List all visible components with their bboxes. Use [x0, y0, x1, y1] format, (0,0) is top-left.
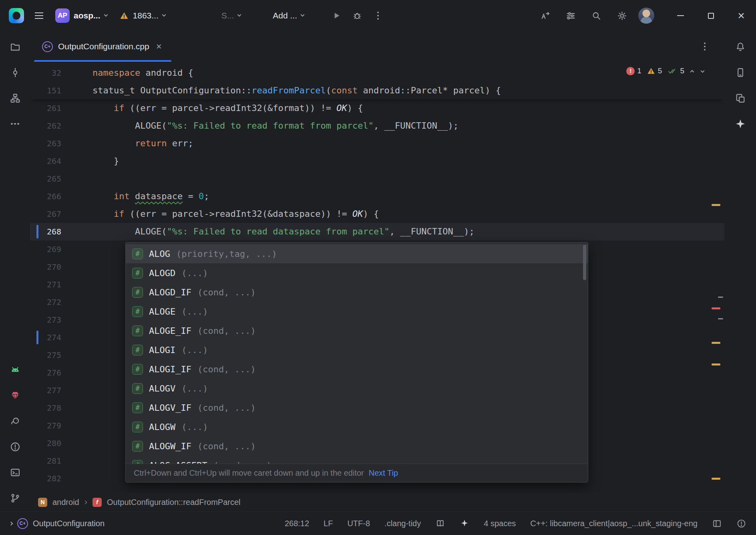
line-number[interactable]: 281	[30, 452, 61, 470]
completion-item-ALOGW[interactable]: #ALOGW(...)	[126, 417, 588, 436]
warning-stripe-mark[interactable]	[712, 478, 720, 480]
terminal-tool-button[interactable]	[6, 463, 24, 482]
line-number[interactable]: 267	[30, 205, 61, 223]
view-options-button[interactable]	[561, 6, 580, 25]
running-devices-button[interactable]	[731, 63, 750, 82]
editor-line-261[interactable]: 261 if ((err = parcel->readInt32(&format…	[30, 99, 724, 117]
scrollbar-thumb-mark[interactable]	[718, 318, 723, 319]
code-vision-button[interactable]	[460, 519, 469, 528]
completion-item-ALOGD_IF[interactable]: #ALOGD_IF(cond, ...)	[126, 283, 588, 302]
more-tool-windows-button[interactable]	[6, 115, 24, 133]
line-number[interactable]: 276	[30, 364, 61, 382]
editor-line-151[interactable]: 151status_t OutputConfiguration::readFro…	[30, 82, 724, 99]
completion-item-ALOGW_IF[interactable]: #ALOGW_IF(cond, ...)	[126, 436, 588, 456]
line-number[interactable]: 282	[30, 470, 61, 487]
translate-button[interactable]	[536, 6, 554, 25]
completion-item-ALOGV[interactable]: #ALOGV(...)	[126, 379, 588, 398]
project-tool-button[interactable]	[6, 38, 24, 56]
line-number[interactable]: 265	[30, 170, 61, 188]
build-variant-widget[interactable]: C++: libcamera_client|aosp_...unk_stagin…	[530, 519, 698, 528]
line-ending-widget[interactable]: LF	[324, 519, 333, 528]
warning-stripe-mark[interactable]	[712, 342, 720, 344]
line-number[interactable]: 32	[30, 64, 61, 82]
commit-tool-button[interactable]	[6, 63, 24, 82]
user-avatar[interactable]	[638, 8, 654, 24]
problems-tool-button[interactable]	[6, 438, 24, 456]
editor-line-268[interactable]: 268 ALOGE("%s: Failed to read dataspace …	[30, 223, 724, 240]
line-number[interactable]: 268	[30, 223, 61, 240]
line-number[interactable]: 270	[30, 258, 61, 276]
version-control-tool-button[interactable]	[6, 489, 24, 507]
line-number[interactable]: 273	[30, 311, 61, 329]
gradle-tool-button[interactable]	[6, 412, 24, 430]
next-problem-button[interactable]	[700, 67, 705, 75]
search-everywhere-button[interactable]	[587, 6, 605, 25]
completion-item-ALOGE[interactable]: #ALOGE(...)	[126, 302, 588, 321]
structure-tool-button[interactable]	[6, 89, 24, 107]
window-maximize-button[interactable]	[702, 6, 720, 25]
logcat-tool-button[interactable]	[6, 361, 24, 379]
line-number[interactable]: 277	[30, 382, 61, 399]
tab-outputconfiguration-cpp[interactable]: C+ OutputConfiguration.cpp ×	[34, 31, 171, 62]
line-number[interactable]: 261	[30, 99, 61, 117]
error-stripe-mark[interactable]	[712, 307, 720, 309]
device-manager-button[interactable]	[731, 89, 750, 107]
settings-button[interactable]	[613, 6, 631, 25]
editor-line-263[interactable]: 263 return err;	[30, 135, 724, 152]
scrollbar-thumb-mark[interactable]	[718, 297, 723, 298]
reader-mode-button[interactable]	[435, 519, 445, 529]
editor-line-262[interactable]: 262 ALOGE("%s: Failed to read format fro…	[30, 117, 724, 135]
editor-scrollbar[interactable]	[710, 62, 724, 493]
split-layout-button[interactable]	[712, 519, 722, 529]
debug-button[interactable]	[348, 6, 366, 25]
status-notifications-button[interactable]	[736, 519, 746, 529]
warning-stripe-mark[interactable]	[712, 363, 720, 365]
breadcrumb-namespace[interactable]: android	[52, 498, 79, 507]
run-configuration-selector[interactable]: S...	[217, 8, 246, 24]
line-number[interactable]: 279	[30, 417, 61, 434]
line-number[interactable]: 151	[30, 82, 61, 99]
editor-line-266[interactable]: 266 int dataspace = 0;	[30, 188, 724, 205]
more-actions-button[interactable]	[369, 6, 387, 25]
line-number[interactable]: 274	[30, 329, 61, 346]
tab-options-button[interactable]	[696, 37, 714, 56]
main-menu-button[interactable]	[30, 6, 48, 25]
warning-count-chip[interactable]: 5	[647, 67, 662, 75]
line-number[interactable]: 263	[30, 135, 61, 152]
line-number[interactable]: 275	[30, 346, 61, 364]
editor-line-265[interactable]: 265	[30, 170, 724, 188]
notifications-button[interactable]	[731, 38, 750, 56]
completion-item-ALOGI[interactable]: #ALOGI(...)	[126, 340, 588, 359]
breadcrumb-function[interactable]: OutputConfiguration::readFromParcel	[107, 498, 241, 507]
line-number[interactable]: 280	[30, 434, 61, 452]
next-tip-link[interactable]: Next Tip	[369, 468, 398, 478]
caret-position-widget[interactable]: 268:12	[285, 519, 309, 528]
editor-line-267[interactable]: 267 if ((err = parcel->readInt32(&datasp…	[30, 205, 724, 223]
line-number[interactable]: 271	[30, 276, 61, 293]
tab-close-icon[interactable]: ×	[155, 41, 163, 52]
vcs-widget[interactable]: 1863...	[115, 8, 170, 24]
warning-stripe-mark[interactable]	[712, 204, 720, 206]
window-close-button[interactable]: ×	[732, 6, 750, 25]
window-minimize-button[interactable]	[671, 6, 690, 25]
line-number[interactable]: 262	[30, 117, 61, 135]
device-selector[interactable]: Add ...	[268, 8, 309, 24]
gemini-assistant-button[interactable]	[731, 115, 750, 133]
app-quality-insights-button[interactable]	[6, 386, 24, 405]
inspections-widget[interactable]: ! 1 5	[626, 67, 705, 75]
run-button[interactable]	[327, 6, 346, 25]
line-number[interactable]: 272	[30, 293, 61, 311]
completion-item-ALOGE_IF[interactable]: #ALOGE_IF(cond, ...)	[126, 321, 588, 340]
code-editor[interactable]: 32namespace android {151status_t OutputC…	[30, 62, 724, 493]
line-number[interactable]: 264	[30, 152, 61, 170]
previous-problem-button[interactable]	[690, 67, 695, 75]
line-number[interactable]: 278	[30, 399, 61, 417]
project-widget[interactable]: AP aosp...	[50, 5, 112, 26]
editor-line-32[interactable]: 32namespace android {	[30, 64, 724, 82]
completion-item-ALOGV_IF[interactable]: #ALOGV_IF(cond, ...)	[126, 398, 588, 417]
error-count-chip[interactable]: ! 1	[626, 67, 641, 75]
statusbar-file-widget[interactable]: C+ OutputConfiguration	[10, 518, 105, 529]
passed-count-chip[interactable]: 5	[667, 67, 684, 75]
completion-item-ALOGD[interactable]: #ALOGD(...)	[126, 263, 588, 283]
indent-widget[interactable]: 4 spaces	[484, 519, 516, 528]
